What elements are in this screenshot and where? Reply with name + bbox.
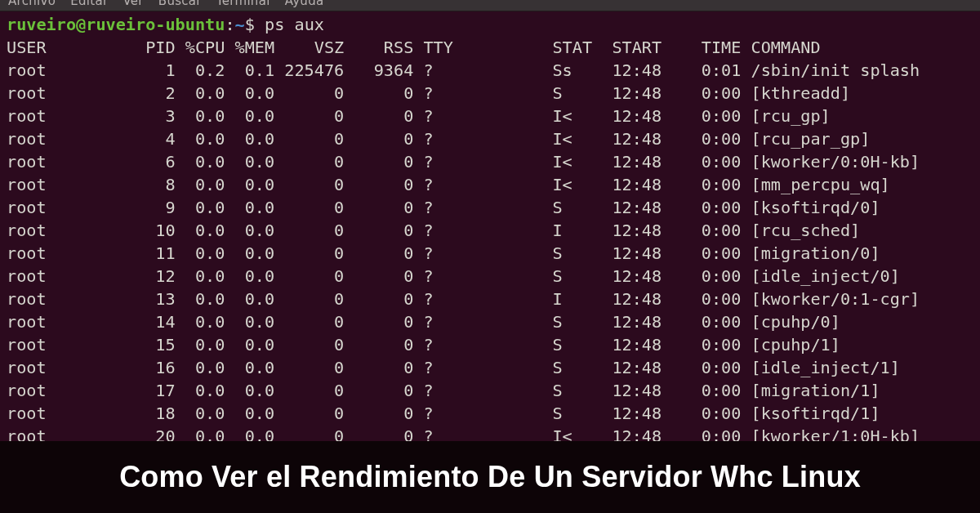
ps-header-row: USER PID %CPU %MEM VSZ RSS TTY STAT STAR… [7, 36, 973, 59]
prompt-path: ~ [235, 15, 245, 34]
ps-row: root 13 0.0 0.0 0 0 ? I 12:48 0:00 [kwor… [7, 288, 973, 310]
ps-row: root 12 0.0 0.0 0 0 ? S 12:48 0:00 [idle… [7, 265, 973, 288]
ps-row: root 8 0.0 0.0 0 0 ? I< 12:48 0:00 [mm_p… [7, 173, 973, 196]
ps-row: root 3 0.0 0.0 0 0 ? I< 12:48 0:00 [rcu_… [7, 105, 973, 127]
prompt-line: ruveiro@ruveiro-ubuntu:~$ ps aux [7, 13, 973, 36]
prompt-userhost: ruveiro@ruveiro-ubuntu [7, 15, 225, 34]
menu-editar[interactable]: Editar [70, 0, 108, 7]
ps-row: root 11 0.0 0.0 0 0 ? S 12:48 0:00 [migr… [7, 242, 973, 265]
ps-row: root 18 0.0 0.0 0 0 ? S 12:48 0:00 [ksof… [7, 402, 973, 425]
prompt-command: ps aux [265, 15, 324, 34]
caption-text: Como Ver el Rendimiento De Un Servidor W… [119, 460, 861, 494]
menu-terminal[interactable]: Terminal [216, 0, 270, 7]
ps-row: root 16 0.0 0.0 0 0 ? S 12:48 0:00 [idle… [7, 356, 973, 379]
ps-row: root 9 0.0 0.0 0 0 ? S 12:48 0:00 [ksoft… [7, 196, 973, 219]
menu-ayuda[interactable]: Ayuda [285, 0, 324, 7]
ps-row: root 10 0.0 0.0 0 0 ? I 12:48 0:00 [rcu_… [7, 219, 973, 242]
ps-row: root 2 0.0 0.0 0 0 ? S 12:48 0:00 [kthre… [7, 82, 973, 105]
ps-row: root 14 0.0 0.0 0 0 ? S 12:48 0:00 [cpuh… [7, 310, 973, 333]
ps-row: root 1 0.2 0.1 225476 9364 ? Ss 12:48 0:… [7, 59, 973, 82]
caption-bar: Como Ver el Rendimiento De Un Servidor W… [0, 441, 980, 513]
ps-row: root 6 0.0 0.0 0 0 ? I< 12:48 0:00 [kwor… [7, 150, 973, 173]
window-menubar: Archivo Editar Ver Buscar Terminal Ayuda [0, 0, 980, 11]
menu-buscar[interactable]: Buscar [158, 0, 202, 7]
terminal-output[interactable]: ruveiro@ruveiro-ubuntu:~$ ps auxUSER PID… [0, 11, 980, 448]
prompt-symbol: $ [245, 15, 265, 34]
ps-row: root 15 0.0 0.0 0 0 ? S 12:48 0:00 [cpuh… [7, 333, 973, 356]
prompt-sep: : [225, 15, 234, 34]
ps-row: root 4 0.0 0.0 0 0 ? I< 12:48 0:00 [rcu_… [7, 127, 973, 150]
menu-ver[interactable]: Ver [122, 0, 143, 7]
menu-archivo[interactable]: Archivo [8, 0, 56, 7]
ps-row: root 17 0.0 0.0 0 0 ? S 12:48 0:00 [migr… [7, 379, 973, 402]
